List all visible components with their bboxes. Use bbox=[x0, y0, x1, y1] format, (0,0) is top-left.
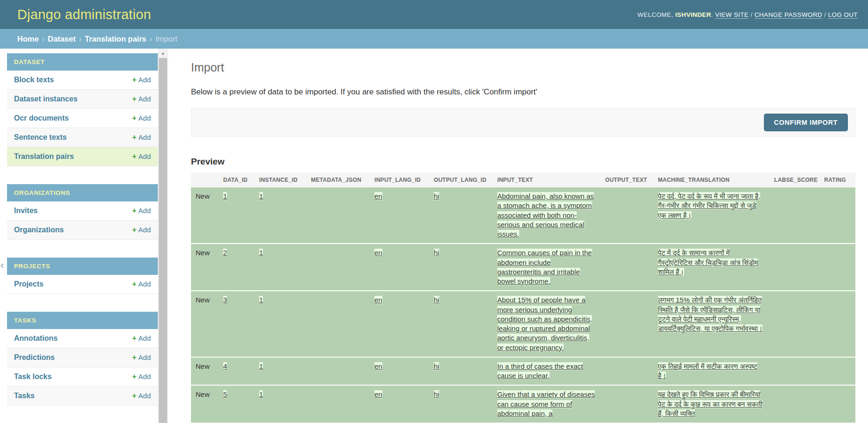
cell-metadata-json bbox=[306, 187, 370, 244]
breadcrumb-link-home[interactable]: Home bbox=[17, 35, 39, 43]
add-label: Add bbox=[138, 152, 151, 160]
cell-status: New bbox=[191, 385, 219, 423]
sidebar-item-dataset-instances: Dataset instances+Add bbox=[7, 90, 158, 109]
add-label: Add bbox=[138, 334, 151, 342]
new-value: 1 bbox=[259, 296, 263, 304]
cell-input-text: Given that a variety of diseases can cau… bbox=[493, 385, 600, 423]
add-link-predictions[interactable]: +Add bbox=[132, 353, 151, 362]
new-value: एक तिहाई मामलों में सटीक कारण अस्पष्ट है… bbox=[658, 362, 757, 380]
model-link-projects[interactable]: Projects bbox=[14, 280, 43, 288]
new-value: 3 bbox=[223, 296, 227, 304]
breadcrumb-current: Import bbox=[155, 35, 177, 43]
plus-icon: + bbox=[132, 207, 136, 215]
new-value: 1 bbox=[259, 390, 263, 398]
sidebar-item-task-locks: Task locks+Add bbox=[7, 367, 158, 387]
breadcrumb-link-dataset[interactable]: Dataset bbox=[48, 35, 76, 43]
add-label: Add bbox=[138, 76, 151, 84]
cell-status: New bbox=[191, 357, 219, 386]
model-link-predictions[interactable]: Predictions bbox=[14, 353, 55, 362]
model-link-ocr-documents[interactable]: Ocr documents bbox=[14, 114, 69, 122]
model-link-sentence-texts[interactable]: Sentence texts bbox=[14, 133, 67, 142]
plus-icon: + bbox=[132, 133, 136, 141]
cell-rating bbox=[819, 187, 855, 244]
breadcrumb-link-translation-pairs[interactable]: Translation pairs bbox=[85, 35, 146, 43]
new-value: en bbox=[374, 362, 382, 370]
sidebar-section-dataset: DATASETBlock texts+AddDataset instances+… bbox=[7, 53, 158, 166]
confirm-import-button[interactable]: CONFIRM IMPORT bbox=[764, 114, 848, 131]
new-value: en bbox=[374, 192, 382, 200]
model-link-tasks[interactable]: Tasks bbox=[14, 392, 35, 400]
sidebar-item-organizations: Organizations+Add bbox=[7, 221, 158, 240]
model-link-invites[interactable]: Invites bbox=[14, 207, 38, 215]
add-link-projects[interactable]: +Add bbox=[132, 280, 151, 288]
breadcrumb-separator: › bbox=[150, 35, 153, 43]
user-link-separator: / bbox=[748, 11, 754, 18]
new-value: 1 bbox=[259, 192, 263, 200]
new-value: en bbox=[374, 390, 382, 398]
page-title: Import bbox=[191, 61, 855, 74]
add-label: Add bbox=[138, 392, 151, 400]
sidebar-collapse-toggle[interactable]: ‹ bbox=[0, 261, 4, 270]
new-value: लगभग 15% लोगों की एक गंभीर अंतर्निहित स्… bbox=[658, 296, 762, 332]
cell-labse-score bbox=[769, 385, 819, 423]
column-header-output-text: OUTPUT_TEXT bbox=[600, 172, 653, 187]
cell-labse-score bbox=[769, 357, 819, 386]
plus-icon: + bbox=[132, 280, 136, 288]
add-label: Add bbox=[138, 353, 151, 361]
sidebar-item-projects: Projects+Add bbox=[7, 275, 158, 294]
sidebar-item-tasks: Tasks+Add bbox=[7, 387, 158, 406]
add-link-task-locks[interactable]: +Add bbox=[132, 373, 151, 381]
model-link-translation-pairs[interactable]: Translation pairs bbox=[14, 152, 74, 161]
cell-output-text bbox=[600, 291, 653, 357]
add-link-dataset-instances[interactable]: +Add bbox=[132, 95, 151, 103]
cell-machine-translation: यह देखते हुए कि विभिन्न प्रकार की बीमारि… bbox=[653, 385, 769, 423]
sidebar-scrollbar[interactable]: ▲ bbox=[158, 49, 168, 423]
user-link-change-password[interactable]: CHANGE PASSWORD bbox=[755, 11, 822, 19]
new-value: 1 bbox=[223, 192, 227, 200]
add-label: Add bbox=[138, 373, 151, 380]
cell-instance-id: 1 bbox=[254, 187, 306, 244]
cell-status: New bbox=[191, 244, 219, 291]
new-value: 2 bbox=[223, 249, 227, 257]
user-link-view-site[interactable]: VIEW SITE bbox=[715, 11, 748, 19]
add-link-organizations[interactable]: +Add bbox=[132, 226, 151, 234]
import-description: Below is a preview of data to be importe… bbox=[191, 87, 855, 97]
model-link-block-texts[interactable]: Block texts bbox=[14, 76, 54, 84]
add-link-translation-pairs[interactable]: +Add bbox=[132, 152, 151, 161]
add-link-block-texts[interactable]: +Add bbox=[132, 76, 151, 84]
cell-machine-translation: लगभग 15% लोगों की एक गंभीर अंतर्निहित स्… bbox=[653, 291, 769, 357]
cell-input-lang-id: en bbox=[370, 187, 429, 244]
add-link-ocr-documents[interactable]: +Add bbox=[132, 114, 151, 122]
cell-data-id: 5 bbox=[219, 385, 254, 423]
cell-instance-id: 1 bbox=[254, 357, 306, 386]
new-value: en bbox=[374, 296, 382, 304]
sidebar-section-organizations: ORGANIZATIONSInvites+AddOrganizations+Ad… bbox=[7, 184, 158, 240]
site-branding[interactable]: Django administration bbox=[17, 7, 151, 22]
cell-data-id: 4 bbox=[219, 357, 254, 386]
model-link-organizations[interactable]: Organizations bbox=[14, 226, 64, 234]
model-link-annotations[interactable]: Annotations bbox=[14, 334, 57, 343]
add-link-annotations[interactable]: +Add bbox=[132, 334, 151, 343]
new-value: Given that a variety of diseases can cau… bbox=[497, 390, 595, 417]
cell-labse-score bbox=[769, 244, 819, 291]
new-value: Common causes of pain in the abdomen inc… bbox=[497, 249, 592, 285]
cell-rating bbox=[819, 385, 855, 423]
add-link-sentence-texts[interactable]: +Add bbox=[132, 133, 151, 142]
model-link-task-locks[interactable]: Task locks bbox=[14, 373, 52, 381]
plus-icon: + bbox=[132, 334, 136, 342]
add-link-tasks[interactable]: +Add bbox=[132, 392, 151, 400]
cell-instance-id: 1 bbox=[254, 385, 306, 423]
sidebar-section-tasks: TASKSAnnotations+AddPredictions+AddTask … bbox=[7, 312, 158, 406]
add-link-invites[interactable]: +Add bbox=[132, 207, 151, 215]
model-link-dataset-instances[interactable]: Dataset instances bbox=[14, 95, 78, 103]
add-label: Add bbox=[138, 95, 151, 103]
section-caption: DATASET bbox=[7, 53, 158, 71]
cell-output-lang-id: hi bbox=[429, 385, 493, 423]
sidebar-item-predictions: Predictions+Add bbox=[7, 348, 158, 367]
scrollbar-thumb[interactable] bbox=[159, 58, 167, 423]
new-value: 1 bbox=[259, 249, 263, 257]
user-link-log-out[interactable]: LOG OUT bbox=[828, 11, 858, 19]
scroll-up-arrow-icon[interactable]: ▲ bbox=[158, 49, 168, 58]
preview-table: DATA_IDINSTANCE_IDMETADATA_JSONINPUT_LAN… bbox=[191, 172, 855, 423]
breadcrumb: Home›Dataset›Translation pairs›Import bbox=[0, 29, 868, 49]
